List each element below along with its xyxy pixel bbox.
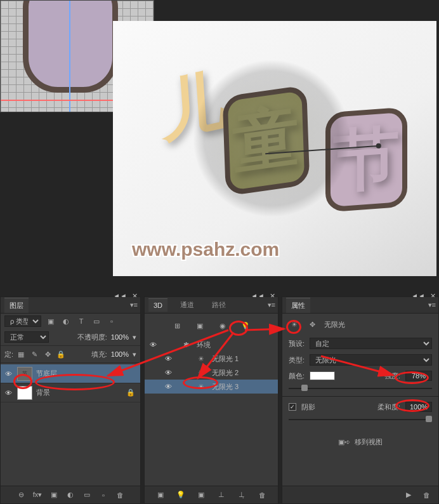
panel-menu-icon[interactable]: ▾≡ [428,301,436,309]
mask-icon[interactable]: ▣ [48,489,60,501]
axis-y [69,1,70,112]
visibility-icon[interactable]: 👁 [164,369,173,376]
tab-paths[interactable]: 路径 [207,298,231,312]
layer-name[interactable]: 节底层 [36,369,57,378]
visibility-icon[interactable]: 👁 [3,370,13,378]
new-layer-icon[interactable]: ▫ [98,489,109,501]
3d-item-light2[interactable]: 👁 ☀ 无限光 2 [145,366,278,380]
preset-row: 预设: 自定 [282,335,438,352]
layers-tab-bar: 图层 ▾≡ [1,297,140,314]
adjustment-icon[interactable]: ◐ [65,489,76,501]
item-label: 无限光 3 [212,382,239,392]
canvas-main[interactable]: 儿 童 节 www.psahz.com [113,21,436,276]
render-icon[interactable]: ▶ [403,489,414,501]
trash-icon[interactable]: 🗑 [114,489,126,501]
3d-filter-icons: ⊞ ▣ ◉ 💡 [145,314,278,336]
layer-kind-select[interactable]: ρ 类型 [4,315,41,327]
filter-image-icon[interactable]: ▣ [45,315,56,327]
fx-icon[interactable]: fx▾ [32,489,43,501]
blend-mode-select[interactable]: 正常 [4,331,49,343]
coord-cat-icon[interactable]: ✥ [306,319,318,330]
visibility-icon[interactable]: 👁 [164,355,173,362]
move-view-icon[interactable]: ▣➪ [338,436,350,448]
3d-item-light3[interactable]: 👁 ☀ 无限光 3 [145,380,278,394]
shadow-label: 阴影 [301,402,315,412]
tab-properties[interactable]: 属性 [286,298,310,313]
3d-item-light1[interactable]: 👁 ☀ 无限光 1 [145,352,278,366]
group-icon[interactable]: ▭ [81,489,93,501]
shadow-checkbox[interactable]: ✓ [289,403,296,411]
opacity-chevron[interactable]: ▾ [133,333,136,342]
light-gizmo[interactable] [192,59,351,218]
slider-thumb[interactable] [426,416,432,422]
item-label: 无限光 1 [212,354,239,364]
type-select[interactable]: 无限光 [310,354,432,366]
filter-material-icon[interactable]: ◉ [217,320,228,331]
lock-all-icon[interactable]: 🔒 [55,348,67,360]
ground-icon[interactable]: ⊥ [216,489,227,501]
visibility-icon[interactable]: 👁 [148,341,157,348]
color-swatch[interactable] [310,371,335,380]
divider [282,396,438,397]
tab-channels[interactable]: 通道 [175,298,199,312]
opacity-value[interactable]: 100% [109,333,131,341]
light-cat-icon[interactable]: ☀ [289,319,300,330]
panel-menu-icon[interactable]: ▾≡ [268,301,275,309]
slider-thumb[interactable] [301,385,308,391]
layer-item-bg[interactable]: 👁 背景 🔒 [1,383,140,402]
watermark-main: www.psahz.com [132,239,279,260]
filter-light-icon[interactable]: 💡 [240,320,251,331]
env-icon: ✱ [181,341,190,349]
layer-filter-row: ρ 类型 ▣ ◐ T ▭ ▫ [1,314,140,329]
layers-footer: ⊖ fx▾ ▣ ◐ ▭ ▫ 🗑 [1,486,140,503]
visibility-icon[interactable]: 👁 [3,389,13,397]
panel-menu-icon[interactable]: ▾≡ [130,301,138,309]
filter-adjust-icon[interactable]: ◐ [60,315,72,327]
props-footer: ▶ 🗑 [282,486,438,503]
lock-trans-icon[interactable]: ▦ [15,348,27,360]
blend-row: 正常 不透明度: 100%▾ [1,329,140,346]
camera-icon[interactable]: ▣ [195,489,207,501]
intensity-slider[interactable] [289,385,432,392]
tab-layers[interactable]: 图层 [4,298,29,313]
visibility-icon[interactable]: 👁 [164,383,173,390]
filter-smart-icon[interactable]: ▫ [106,315,117,327]
panel-row: ◄◄✕ 图层 ▾≡ ρ 类型 ▣ ◐ T ▭ ▫ 正常 不透明度: 100%▾ … [0,296,439,504]
color-label: 颜色: [289,371,305,381]
filter-type-icon[interactable]: T [75,315,87,327]
fill-chevron[interactable]: ▾ [133,350,136,359]
light-new-icon[interactable]: 💡 [175,489,187,501]
trash-icon[interactable]: 🗑 [421,489,432,501]
3d-footer: ▣ 💡 ▣ ⊥ ⊥̣ 🗑 [145,486,278,503]
link-icon[interactable]: ⊖ [15,489,27,501]
filter-shape-icon[interactable]: ▭ [91,315,102,327]
layer-list: 👁 节 节底层 👁 背景 🔒 [1,363,140,402]
lock-paint-icon[interactable]: ✎ [29,348,40,360]
3d-item-env[interactable]: 👁 ✱ 环境 [145,338,278,352]
item-label: 无限光 2 [212,368,239,378]
light-icon: ☀ [197,369,206,377]
3d-tab-bar: 3D 通道 路径 ▾≡ [145,297,278,314]
layer-name[interactable]: 背景 [36,388,50,397]
ground2-icon[interactable]: ⊥̣ [236,489,247,501]
softness-input[interactable] [405,402,432,412]
layer-item-1[interactable]: 👁 节 节底层 [1,364,140,383]
layer-thumb [17,386,32,400]
trash-icon[interactable]: 🗑 [256,489,268,501]
lock-pos-icon[interactable]: ✥ [42,348,53,360]
softness-slider[interactable] [289,416,432,423]
filter-scene-icon[interactable]: ⊞ [171,320,183,331]
3d-item-list: 👁 ✱ 环境 👁 ☀ 无限光 1 👁 ☀ 无限光 2 👁 ☀ [145,336,278,395]
render-icon[interactable]: ▣ [155,489,166,501]
lock-icon: 🔒 [126,388,135,397]
render-3d: 儿 童 节 www.psahz.com [113,21,436,276]
fill-value[interactable]: 100% [109,350,131,358]
props-tab-bar: 属性 ▾≡ [282,297,438,314]
intensity-input[interactable] [405,371,432,381]
filter-mesh-icon[interactable]: ▣ [194,320,206,331]
softness-label: 柔和度: [377,402,400,412]
move-view-label[interactable]: 移到视图 [355,437,383,447]
tab-3d[interactable]: 3D [148,298,167,312]
preset-select[interactable]: 自定 [310,338,432,349]
layers-panel: ◄◄✕ 图层 ▾≡ ρ 类型 ▣ ◐ T ▭ ▫ 正常 不透明度: 100%▾ … [0,296,141,504]
